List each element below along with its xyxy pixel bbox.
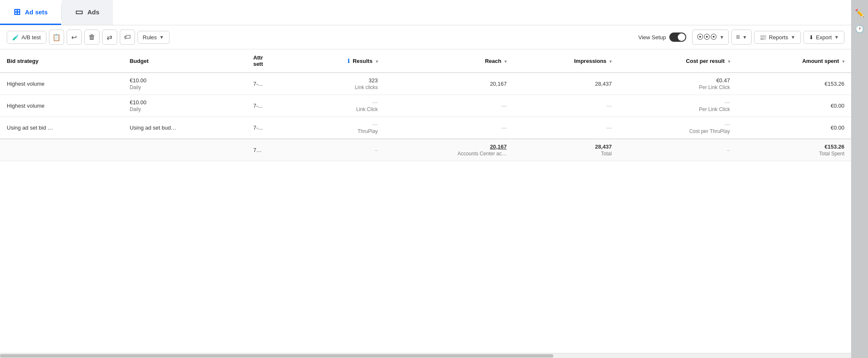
results-main-3: — [372, 121, 378, 127]
totals-reach: 20,167 Accounts Center ac… [385, 139, 514, 161]
tab-adsets-label: Ad sets [25, 8, 48, 16]
budget-stack-2: €10.00 Daily [129, 99, 240, 112]
cell-amount-2: €0.00 [737, 95, 851, 117]
cell-budget-2: €10.00 Daily [123, 95, 246, 117]
cost-main-1: €0.47 [716, 77, 730, 84]
cost-stack-2: — Per Link Click [625, 99, 730, 112]
tab-adsets[interactable]: ⊞ Ad sets [0, 0, 61, 25]
col-reach-label: Reach [485, 58, 501, 64]
tag-button[interactable]: 🏷 [120, 30, 135, 45]
cell-impressions-2: — [513, 95, 618, 117]
results-stack-2: — Link Click [301, 99, 378, 112]
results-sub-3: ThruPlay [358, 128, 378, 134]
breakdown-icon: ≡ [736, 33, 740, 41]
cell-attr-1: 7-... [246, 73, 294, 95]
results-main-2: — [372, 99, 378, 106]
col-attr-sett-label: Attrsett [253, 54, 263, 67]
cell-results-1: 323 Link clicks [294, 73, 385, 95]
bid-strategy-value-3: Using ad set bid … [7, 125, 53, 131]
undo-button[interactable]: ↩ [67, 30, 82, 45]
cost-sub-1: Per Link Click [699, 84, 730, 90]
rules-button[interactable]: Rules ▼ [137, 31, 170, 44]
reach-value-2: — [501, 103, 507, 109]
cell-bid-strategy-2: Highest volume [0, 95, 123, 117]
ab-test-label: A/B test [22, 34, 41, 41]
totals-amount-main: €153.26 [825, 144, 844, 150]
cell-attr-3: 7-... [246, 117, 294, 139]
totals-reach-sub: Accounts Center ac… [458, 151, 507, 157]
reports-icon: 📰 [760, 34, 766, 41]
clipboard-button[interactable]: 📋 [49, 30, 64, 45]
reach-sort-icon[interactable]: ▾ [504, 59, 507, 64]
impressions-value-3: — [606, 125, 612, 131]
col-impressions: Impressions ▾ [513, 49, 618, 73]
cell-cost-2: — Per Link Click [618, 95, 736, 117]
adsets-icon: ⊞ [13, 7, 21, 17]
ab-test-icon: 🧪 [12, 34, 19, 41]
col-cost-label: Cost per result [686, 58, 725, 64]
clock-icon[interactable]: 🕐 [855, 24, 864, 34]
cell-reach-2: — [385, 95, 514, 117]
cell-bid-strategy-1: Highest volume [0, 73, 123, 95]
col-budget-label: Budget [129, 58, 148, 64]
totals-amount: €153.26 Total Spent [737, 139, 851, 161]
ads-icon: ▭ [75, 7, 83, 17]
cell-cost-3: — Cost per ThruPlay [618, 117, 736, 139]
col-bid-strategy: Bid strategy [0, 49, 123, 73]
export-dropdown-icon: ▼ [834, 35, 839, 40]
results-sort-icon[interactable]: ▾ [376, 59, 378, 64]
budget-sub-2: Daily [129, 106, 141, 112]
cell-impressions-1: 28,437 [513, 73, 618, 95]
ab-test-button[interactable]: 🧪 A/B test [7, 31, 46, 44]
cost-main-2: — [725, 99, 730, 106]
impressions-value-1: 28,437 [595, 81, 612, 87]
bid-strategy-value-2: Highest volume [7, 103, 45, 109]
col-results: ℹ Results ▾ [294, 49, 385, 73]
export-button[interactable]: ⬇ Export ▼ [803, 31, 844, 44]
tab-ads[interactable]: ▭ Ads [62, 0, 113, 25]
totals-reach-main: 20,167 [490, 144, 507, 150]
cell-cost-1: €0.47 Per Link Click [618, 73, 736, 95]
cell-bid-strategy-3: Using ad set bid … [0, 117, 123, 139]
budget-main-3: Using ad set bud… [129, 125, 176, 131]
totals-impressions-stack: 28,437 Total [520, 144, 612, 157]
totals-impressions-main: 28,437 [595, 144, 612, 150]
edit-icon[interactable]: ✏️ [855, 8, 864, 18]
move-icon: ⇄ [107, 33, 112, 41]
view-setup-label: View Setup [638, 34, 666, 41]
budget-main-1: €10.00 [129, 77, 146, 84]
col-amount-label: Amount spent [802, 58, 839, 64]
table-row: Using ad set bid … Using ad set bud… 7-.… [0, 117, 851, 139]
results-main-1: 323 [369, 77, 378, 84]
breakdown-button[interactable]: ≡ ▼ [731, 30, 752, 45]
totals-cost: – [618, 139, 736, 161]
cost-sort-icon[interactable]: ▾ [728, 59, 730, 64]
col-results-label: Results [353, 58, 372, 64]
totals-amount-sub: Total Spent [819, 151, 844, 157]
move-button[interactable]: ⇄ [102, 30, 117, 45]
undo-icon: ↩ [71, 33, 77, 41]
cost-sub-3: Cost per ThruPlay [689, 128, 730, 134]
reports-dropdown-icon: ▼ [791, 35, 795, 40]
scrollbar-thumb[interactable] [0, 354, 553, 358]
cost-main-3: — [725, 121, 730, 127]
tag-icon: 🏷 [124, 33, 131, 41]
columns-button[interactable]: ⦿⦿⦿ ▼ [692, 30, 729, 45]
impressions-sort-icon[interactable]: ▾ [609, 59, 612, 64]
budget-sub-1: Daily [129, 84, 141, 90]
reports-button[interactable]: 📰 Reports ▼ [754, 31, 801, 44]
delete-button[interactable]: 🗑 [84, 30, 100, 45]
cell-amount-3: €0.00 [737, 117, 851, 139]
horizontal-scrollbar[interactable] [0, 353, 851, 358]
amount-sort-icon[interactable]: ▾ [842, 59, 844, 64]
totals-empty-2 [123, 139, 246, 161]
view-setup-toggle[interactable] [669, 33, 686, 42]
toolbar: 🧪 A/B test 📋 ↩ 🗑 ⇄ 🏷 Rules ▼ View Setup [0, 25, 851, 49]
table-container: Bid strategy Budget Attrsett ℹ Results ▾ [0, 49, 851, 353]
cost-stack-3: — Cost per ThruPlay [625, 121, 730, 134]
col-impressions-label: Impressions [574, 58, 607, 64]
cell-budget-1: €10.00 Daily [123, 73, 246, 95]
impressions-value-2: — [606, 103, 612, 109]
col-budget: Budget [123, 49, 246, 73]
view-setup-container: View Setup [635, 33, 690, 42]
